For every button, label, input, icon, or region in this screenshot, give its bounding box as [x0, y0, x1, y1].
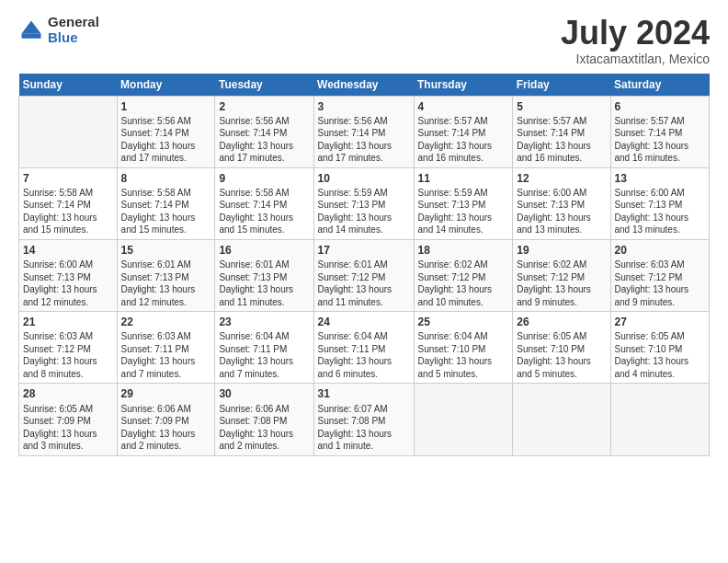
day-info: Sunrise: 5:56 AM Sunset: 7:14 PM Dayligh…: [219, 115, 309, 165]
day-info: Sunrise: 6:07 AM Sunset: 7:08 PM Dayligh…: [318, 403, 410, 453]
svg-marker-0: [22, 20, 41, 33]
col-monday: Monday: [117, 74, 215, 97]
day-cell: [19, 96, 118, 167]
day-cell: [513, 384, 610, 455]
day-cell: 13Sunrise: 6:00 AM Sunset: 7:13 PM Dayli…: [610, 167, 710, 239]
week-row-1: 1Sunrise: 5:56 AM Sunset: 7:14 PM Daylig…: [19, 96, 710, 167]
day-cell: 10Sunrise: 5:59 AM Sunset: 7:13 PM Dayli…: [313, 167, 414, 239]
day-cell: 8Sunrise: 5:58 AM Sunset: 7:14 PM Daylig…: [117, 167, 215, 239]
day-cell: 6Sunrise: 5:57 AM Sunset: 7:14 PM Daylig…: [610, 96, 710, 167]
day-cell: 25Sunrise: 6:04 AM Sunset: 7:10 PM Dayli…: [414, 312, 513, 384]
day-number: 16: [219, 243, 309, 258]
week-row-3: 14Sunrise: 6:00 AM Sunset: 7:13 PM Dayli…: [19, 239, 710, 311]
day-info: Sunrise: 6:05 AM Sunset: 7:10 PM Dayligh…: [517, 330, 606, 380]
day-number: 15: [121, 243, 211, 258]
week-row-4: 21Sunrise: 6:03 AM Sunset: 7:12 PM Dayli…: [19, 312, 710, 384]
day-number: 11: [418, 171, 509, 186]
day-cell: 14Sunrise: 6:00 AM Sunset: 7:13 PM Dayli…: [19, 239, 118, 311]
day-cell: 19Sunrise: 6:02 AM Sunset: 7:12 PM Dayli…: [513, 239, 610, 311]
day-number: 8: [121, 171, 211, 186]
day-cell: [610, 384, 710, 455]
page: General Blue July 2024 Ixtacamaxtitlan, …: [0, 0, 728, 563]
day-cell: [414, 384, 513, 455]
day-cell: 17Sunrise: 6:01 AM Sunset: 7:12 PM Dayli…: [313, 239, 414, 311]
day-number: 18: [418, 243, 509, 258]
day-info: Sunrise: 5:58 AM Sunset: 7:14 PM Dayligh…: [219, 187, 309, 236]
day-number: 19: [517, 243, 606, 258]
col-wednesday: Wednesday: [313, 74, 414, 97]
day-cell: 7Sunrise: 5:58 AM Sunset: 7:14 PM Daylig…: [19, 167, 118, 239]
day-info: Sunrise: 6:02 AM Sunset: 7:12 PM Dayligh…: [517, 259, 606, 308]
header-row: Sunday Monday Tuesday Wednesday Thursday…: [19, 74, 710, 97]
day-info: Sunrise: 6:01 AM Sunset: 7:13 PM Dayligh…: [121, 259, 211, 308]
day-cell: 9Sunrise: 5:58 AM Sunset: 7:14 PM Daylig…: [215, 167, 313, 239]
day-info: Sunrise: 5:57 AM Sunset: 7:14 PM Dayligh…: [418, 115, 509, 165]
day-cell: 30Sunrise: 6:06 AM Sunset: 7:08 PM Dayli…: [215, 384, 313, 455]
day-info: Sunrise: 6:05 AM Sunset: 7:09 PM Dayligh…: [23, 403, 113, 453]
day-info: Sunrise: 6:06 AM Sunset: 7:09 PM Dayligh…: [121, 403, 211, 453]
day-cell: 24Sunrise: 6:04 AM Sunset: 7:11 PM Dayli…: [313, 312, 414, 384]
col-tuesday: Tuesday: [215, 74, 313, 97]
day-number: 23: [219, 315, 309, 329]
day-cell: 12Sunrise: 6:00 AM Sunset: 7:13 PM Dayli…: [513, 167, 610, 239]
day-number: 22: [121, 315, 211, 329]
col-thursday: Thursday: [414, 74, 513, 97]
day-number: 2: [219, 99, 309, 114]
day-number: 13: [615, 171, 706, 186]
logo-blue: Blue: [48, 30, 99, 46]
day-info: Sunrise: 5:57 AM Sunset: 7:14 PM Dayligh…: [615, 115, 706, 165]
day-info: Sunrise: 6:01 AM Sunset: 7:12 PM Dayligh…: [318, 259, 410, 308]
day-number: 1: [121, 99, 211, 114]
day-cell: 20Sunrise: 6:03 AM Sunset: 7:12 PM Dayli…: [610, 239, 710, 311]
day-number: 9: [219, 171, 309, 186]
svg-rect-1: [22, 33, 41, 38]
logo-icon: [18, 17, 44, 43]
day-info: Sunrise: 5:56 AM Sunset: 7:14 PM Dayligh…: [318, 115, 410, 165]
day-info: Sunrise: 5:57 AM Sunset: 7:14 PM Dayligh…: [517, 115, 606, 165]
day-info: Sunrise: 6:00 AM Sunset: 7:13 PM Dayligh…: [23, 259, 113, 308]
day-cell: 22Sunrise: 6:03 AM Sunset: 7:11 PM Dayli…: [117, 312, 215, 384]
day-info: Sunrise: 6:03 AM Sunset: 7:11 PM Dayligh…: [121, 330, 211, 380]
day-number: 5: [517, 99, 606, 114]
day-number: 12: [517, 171, 606, 186]
day-cell: 31Sunrise: 6:07 AM Sunset: 7:08 PM Dayli…: [313, 384, 414, 455]
day-info: Sunrise: 6:00 AM Sunset: 7:13 PM Dayligh…: [517, 187, 606, 236]
main-title: July 2024: [561, 15, 710, 52]
day-info: Sunrise: 5:56 AM Sunset: 7:14 PM Dayligh…: [121, 115, 211, 165]
day-info: Sunrise: 6:04 AM Sunset: 7:11 PM Dayligh…: [219, 330, 309, 380]
day-cell: 15Sunrise: 6:01 AM Sunset: 7:13 PM Dayli…: [117, 239, 215, 311]
day-cell: 28Sunrise: 6:05 AM Sunset: 7:09 PM Dayli…: [19, 384, 118, 455]
day-cell: 26Sunrise: 6:05 AM Sunset: 7:10 PM Dayli…: [513, 312, 610, 384]
day-number: 6: [615, 99, 706, 114]
subtitle: Ixtacamaxtitlan, Mexico: [561, 52, 710, 66]
day-number: 17: [318, 243, 410, 258]
day-number: 4: [418, 99, 509, 114]
day-number: 3: [318, 99, 410, 114]
day-number: 20: [615, 243, 706, 258]
day-number: 10: [318, 171, 410, 186]
day-info: Sunrise: 6:01 AM Sunset: 7:13 PM Dayligh…: [219, 259, 309, 308]
day-info: Sunrise: 5:58 AM Sunset: 7:14 PM Dayligh…: [121, 187, 211, 236]
title-block: July 2024 Ixtacamaxtitlan, Mexico: [561, 15, 710, 66]
day-cell: 21Sunrise: 6:03 AM Sunset: 7:12 PM Dayli…: [19, 312, 118, 384]
day-number: 14: [23, 243, 113, 258]
logo: General Blue: [18, 15, 99, 45]
day-number: 21: [23, 315, 113, 329]
header: General Blue July 2024 Ixtacamaxtitlan, …: [18, 15, 710, 66]
day-info: Sunrise: 6:02 AM Sunset: 7:12 PM Dayligh…: [418, 259, 509, 308]
day-number: 28: [23, 386, 113, 401]
day-number: 24: [318, 315, 410, 329]
day-info: Sunrise: 6:03 AM Sunset: 7:12 PM Dayligh…: [23, 330, 113, 380]
day-info: Sunrise: 6:04 AM Sunset: 7:11 PM Dayligh…: [318, 330, 410, 380]
day-info: Sunrise: 5:58 AM Sunset: 7:14 PM Dayligh…: [23, 187, 113, 236]
day-info: Sunrise: 6:06 AM Sunset: 7:08 PM Dayligh…: [219, 403, 309, 453]
col-friday: Friday: [513, 74, 610, 97]
day-number: 30: [219, 386, 309, 401]
col-sunday: Sunday: [19, 74, 118, 97]
day-info: Sunrise: 5:59 AM Sunset: 7:13 PM Dayligh…: [418, 187, 509, 236]
day-info: Sunrise: 6:03 AM Sunset: 7:12 PM Dayligh…: [615, 259, 706, 308]
day-cell: 11Sunrise: 5:59 AM Sunset: 7:13 PM Dayli…: [414, 167, 513, 239]
logo-general: General: [48, 15, 99, 30]
day-cell: 1Sunrise: 5:56 AM Sunset: 7:14 PM Daylig…: [117, 96, 215, 167]
day-cell: 29Sunrise: 6:06 AM Sunset: 7:09 PM Dayli…: [117, 384, 215, 455]
